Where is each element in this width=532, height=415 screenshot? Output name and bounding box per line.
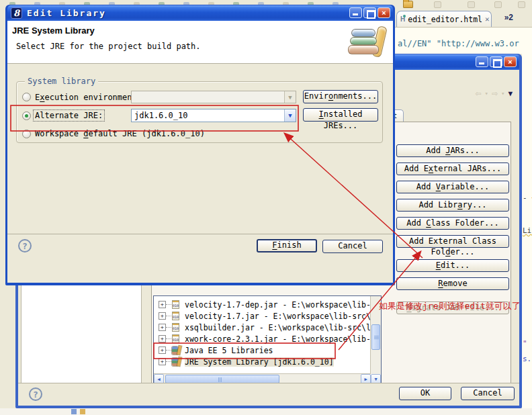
tab-edit-editor-html[interactable]: H edit_editor.html ✕: [396, 11, 492, 27]
jar-icon: [172, 334, 179, 343]
workspace-default-radio[interactable]: [22, 130, 31, 138]
expand-icon[interactable]: +: [159, 335, 166, 342]
add-library-button[interactable]: Add Library...: [396, 199, 509, 212]
execution-environment-label[interactable]: Execution environment:: [35, 93, 142, 102]
tree-item-label: xsqlbuilder.jar - E:\workspace\lib-src\l…: [185, 323, 370, 332]
tree-item[interactable]: +JRE System Library [jdk1.6.0_10]: [154, 356, 370, 367]
help-icon[interactable]: ?: [29, 387, 42, 401]
expand-icon[interactable]: +: [159, 347, 166, 354]
taskbar-fragment-icon: [80, 409, 85, 414]
tree-connector: [166, 361, 171, 362]
edit-button[interactable]: Edit...: [396, 259, 509, 272]
add-external-class-folder-button[interactable]: Add External Class Folder...: [396, 235, 509, 248]
tree-item-label: xwork-core-2.3.1.jar - E:\workspace\lib-…: [185, 334, 370, 344]
jar-icon: [172, 323, 179, 332]
environments-button[interactable]: Environments...: [303, 90, 378, 103]
alternate-jre-radio[interactable]: [22, 111, 31, 120]
installed-jres-button[interactable]: Installed JREs...: [303, 108, 378, 122]
edit-library-dialog: 8 Edit Library × JRE System Library Sele…: [5, 5, 395, 285]
tree-item[interactable]: +velocity-1.7-dep.jar - E:\workspace\lib…: [154, 299, 370, 310]
classpath-tree-rows: +velocity-1.7-dep.jar - E:\workspace\lib…: [154, 296, 381, 367]
tree-item[interactable]: +velocity-1.7.jar - E:\workspace\lib-src…: [154, 310, 370, 322]
header-subtitle: Select JRE for the project build path.: [16, 42, 201, 51]
vertical-scrollbar-thumb[interactable]: [371, 324, 380, 350]
cancel-button[interactable]: Cancel: [322, 240, 383, 253]
expand-icon[interactable]: +: [159, 301, 166, 308]
tab-close-icon[interactable]: ✕: [485, 15, 490, 24]
editor-code-line: al//EN" "http://www.w3.or: [398, 39, 519, 48]
alternate-jre-combo[interactable]: jdk1.6.0_10 ▼: [131, 109, 296, 122]
forward-icon[interactable]: ⇨: [492, 87, 498, 99]
editor-toolbar: [394, 0, 532, 9]
execution-environment-radio[interactable]: [22, 93, 31, 101]
dialog-body: System library Execution environment: ▼ …: [7, 64, 393, 258]
remove-button[interactable]: Remove: [396, 277, 509, 290]
tree-connector: [166, 316, 171, 316]
dialog-header: JRE System Library Select JRE for the pr…: [7, 21, 393, 64]
add-jars-button[interactable]: Add JARs...: [396, 144, 509, 157]
more-editors-indicator[interactable]: »2: [504, 13, 513, 22]
editor-link-fragment[interactable]: Lis: [523, 226, 532, 235]
tree-item-label: JRE System Library [jdk1.6.0_10]: [185, 357, 334, 367]
close-icon[interactable]: ×: [504, 56, 517, 67]
system-library-group: System library Execution environment: ▼ …: [16, 81, 383, 143]
toolbar-icon[interactable]: [518, 1, 525, 8]
editor-fragment: s.: [523, 355, 531, 363]
library-icon: [172, 346, 181, 355]
workspace-default-label[interactable]: Workspace default JRE (jdk1.6.0_10): [35, 129, 205, 138]
tree-item[interactable]: +Java EE 5 Libraries: [154, 344, 370, 356]
action-buttons-column: Add JARs...Add External JARs...Add Varia…: [396, 139, 509, 314]
expand-icon[interactable]: +: [159, 312, 166, 320]
toolbar-icon[interactable]: [494, 1, 502, 8]
alternate-jre-label[interactable]: Alternate JRE:: [34, 110, 104, 121]
ok-button[interactable]: OK: [399, 387, 451, 400]
finish-button[interactable]: Finish: [257, 239, 317, 252]
jar-icon: [172, 312, 179, 320]
tree-item[interactable]: +xwork-core-2.3.1.jar - E:\workspace\lib…: [154, 333, 370, 344]
toolbar-icon[interactable]: [468, 1, 475, 8]
maximize-icon[interactable]: [363, 7, 376, 18]
editor-right-sliver: - < Lis " s s.: [522, 54, 532, 408]
forward-history-caret-icon[interactable]: ▾: [501, 90, 504, 97]
expand-icon[interactable]: +: [159, 358, 166, 365]
edit-library-titlebar[interactable]: 8 Edit Library ×: [7, 5, 393, 21]
view-menu-icon[interactable]: ▼: [508, 89, 513, 98]
chevron-down-icon: ▼: [284, 91, 296, 103]
html-editor-area[interactable]: al//EN" "http://www.w3.or: [394, 27, 532, 54]
maximize-icon[interactable]: [490, 56, 502, 67]
add-external-jars-button[interactable]: Add External JARs...: [396, 163, 509, 175]
minimize-icon[interactable]: [476, 56, 488, 67]
tree-item[interactable]: +xsqlbuilder.jar - E:\workspace\lib-src\…: [154, 322, 370, 333]
tree-connector: [166, 327, 171, 328]
group-label: System library: [25, 77, 98, 86]
expand-icon[interactable]: +: [159, 324, 166, 331]
classpath-tree[interactable]: +velocity-1.7-dep.jar - E:\workspace\lib…: [153, 295, 382, 385]
app-window-icon: 8: [11, 7, 22, 19]
editor-tab-label: edit_editor.html: [408, 15, 482, 24]
add-class-folder-button[interactable]: Add Class Folder...: [396, 217, 509, 230]
cancel-button[interactable]: Cancel: [461, 387, 515, 400]
tree-connector: [166, 304, 171, 305]
combo-value: jdk1.6.0_10: [132, 109, 284, 122]
chevron-down-icon[interactable]: ▼: [284, 109, 296, 122]
html-file-icon: H: [400, 15, 405, 24]
taskbar-fragment-icon: [71, 409, 77, 414]
migrate-jar-file-button: Migrate JAR File...: [396, 302, 509, 314]
back-history-caret-icon[interactable]: ▾: [485, 90, 488, 97]
library-icon: [172, 357, 181, 366]
toolbar-icon[interactable]: [434, 1, 441, 8]
back-icon[interactable]: ⇦: [475, 87, 481, 99]
open-folder-icon[interactable]: [403, 1, 413, 8]
library-books-icon: [347, 26, 387, 59]
vertical-scrollbar[interactable]: [370, 296, 381, 374]
add-variable-button[interactable]: Add Variable...: [396, 181, 509, 193]
editor-tab-bar: H edit_editor.html ✕ »2: [394, 9, 532, 27]
minimize-icon[interactable]: [349, 7, 362, 18]
tree-connector: [166, 338, 171, 339]
help-icon[interactable]: ?: [18, 239, 32, 252]
close-icon[interactable]: ×: [378, 7, 390, 18]
dialog-title: Edit Library: [27, 7, 106, 19]
editor-fragment: " s: [523, 339, 532, 348]
header-title: JRE System Library: [12, 26, 95, 36]
execution-environment-combo: ▼: [131, 91, 296, 103]
